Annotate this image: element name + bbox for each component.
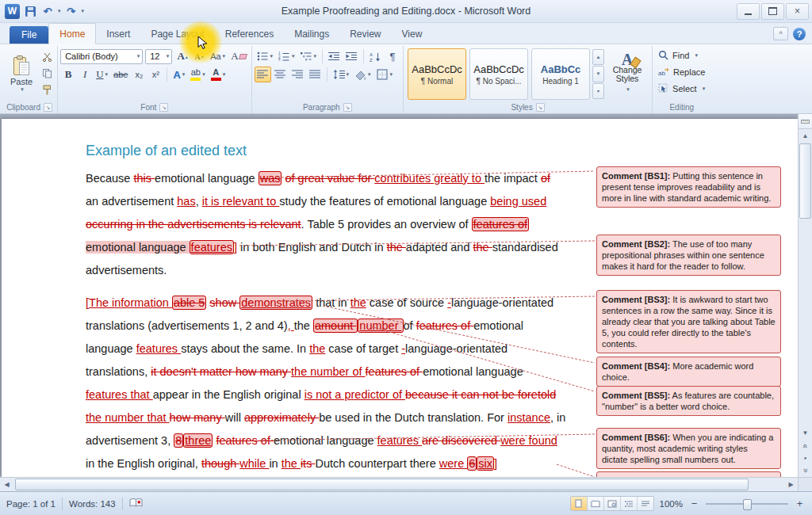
horizontal-scroll-thumb[interactable] bbox=[15, 479, 749, 490]
align-center-button[interactable] bbox=[272, 67, 289, 82]
format-painter-button[interactable] bbox=[39, 82, 55, 97]
font-size-select[interactable]: 12▾ bbox=[145, 49, 172, 64]
next-page-button[interactable]: « bbox=[799, 464, 812, 477]
paste-button[interactable]: Paste ▾ bbox=[4, 47, 39, 101]
superscript-button[interactable]: x² bbox=[147, 67, 163, 82]
tab-file[interactable]: File bbox=[10, 26, 48, 44]
print-layout-view-button[interactable] bbox=[571, 497, 588, 510]
vertical-scroll-thumb[interactable] bbox=[799, 143, 811, 219]
find-button[interactable]: Find▾ bbox=[655, 48, 708, 63]
maximize-button[interactable] bbox=[761, 3, 784, 20]
scroll-up-button[interactable]: ▲ bbox=[799, 129, 812, 142]
scroll-left-button[interactable]: ◀ bbox=[0, 478, 13, 491]
save-button[interactable] bbox=[23, 4, 37, 18]
word-logo-icon[interactable]: W bbox=[5, 4, 20, 19]
bullets-button[interactable]: ▾ bbox=[255, 48, 276, 64]
increase-indent-button[interactable] bbox=[343, 48, 360, 64]
comment-balloon[interactable]: Comment [BS1]: Putting this sentence in … bbox=[596, 166, 781, 208]
zoom-in-button[interactable]: + bbox=[794, 498, 806, 509]
shrink-font-button[interactable]: A▾ bbox=[191, 48, 207, 64]
highlight-button[interactable]: ab▾ bbox=[188, 67, 208, 82]
multilevel-list-button[interactable]: ▾ bbox=[298, 48, 320, 64]
cut-button[interactable] bbox=[39, 48, 55, 64]
previous-page-button[interactable]: « bbox=[799, 439, 812, 452]
styles-gallery-more-button[interactable]: ▾ bbox=[592, 83, 604, 99]
numbering-button[interactable]: 123▾ bbox=[276, 48, 297, 64]
customize-qat-button[interactable]: ▾ bbox=[82, 8, 85, 14]
align-left-button[interactable] bbox=[255, 67, 271, 82]
font-name-select[interactable]: Calibri (Body)▾ bbox=[60, 49, 143, 64]
draft-view-button[interactable] bbox=[638, 497, 653, 510]
scroll-right-button[interactable]: ▶ bbox=[784, 478, 798, 491]
italic-button[interactable]: I bbox=[77, 67, 93, 82]
paragraph[interactable]: Because this emotional language was of g… bbox=[86, 167, 566, 282]
shading-button[interactable]: ▾ bbox=[352, 67, 373, 82]
fullscreen-reading-view-button[interactable] bbox=[588, 497, 604, 510]
tab-home[interactable]: Home bbox=[48, 23, 96, 44]
align-right-button[interactable] bbox=[289, 67, 306, 82]
document-page[interactable]: Example of an edited text Because this e… bbox=[2, 119, 798, 477]
select-button[interactable]: Select▾ bbox=[655, 81, 708, 96]
comment-balloon[interactable]: Comment [BS2]: The use of too many prepo… bbox=[596, 235, 781, 276]
horizontal-scrollbar[interactable]: ◀ ▶ bbox=[0, 477, 812, 491]
style-no-spacing[interactable]: AaBbCcDc ¶ No Spaci... bbox=[469, 48, 528, 100]
web-layout-view-button[interactable] bbox=[604, 497, 621, 510]
minimize-ribbon-button[interactable]: ^ bbox=[773, 27, 788, 40]
help-button[interactable]: ? bbox=[793, 28, 806, 40]
clipboard-dialog-launcher[interactable]: ↘ bbox=[44, 103, 52, 112]
borders-button[interactable]: ▾ bbox=[374, 67, 396, 82]
word-count[interactable]: Words: 143 bbox=[69, 499, 116, 509]
horizontal-scroll-track[interactable] bbox=[13, 478, 784, 491]
replace-button[interactable]: ab Replace bbox=[655, 64, 708, 79]
comment-balloon[interactable]: Comment [BS5]: As features are countable… bbox=[596, 386, 781, 416]
redo-button[interactable]: ↷ bbox=[64, 4, 79, 18]
subscript-button[interactable]: x₂ bbox=[131, 67, 147, 82]
styles-dialog-launcher[interactable]: ↘ bbox=[536, 103, 545, 112]
show-formatting-marks-button[interactable]: ¶ bbox=[385, 48, 400, 64]
tab-review[interactable]: Review bbox=[339, 24, 391, 44]
sort-button[interactable]: AZ bbox=[367, 48, 384, 64]
copy-button[interactable] bbox=[39, 65, 55, 81]
font-dialog-launcher[interactable]: ↘ bbox=[159, 103, 168, 112]
clear-formatting-button[interactable]: A bbox=[228, 48, 248, 64]
comment-balloon[interactable]: Comment [BS6]: When you are indicating a… bbox=[596, 428, 781, 469]
font-color-button[interactable]: A▾ bbox=[209, 67, 228, 82]
vertical-scrollbar[interactable]: ▲ ▼ « ● « bbox=[798, 114, 812, 477]
comment-balloon[interactable]: Comment [BS4]: More academic word choice… bbox=[596, 357, 781, 387]
undo-button[interactable]: ↶ bbox=[40, 4, 55, 18]
decrease-indent-button[interactable] bbox=[326, 48, 343, 64]
tab-references[interactable]: References bbox=[215, 24, 284, 44]
underline-button[interactable]: U▾ bbox=[94, 67, 110, 82]
comment-balloon[interactable]: Comment [BS7]: bbox=[596, 471, 781, 477]
page-indicator[interactable]: Page: 1 of 1 bbox=[6, 499, 56, 509]
change-case-button[interactable]: Aa▾ bbox=[208, 48, 228, 64]
strikethrough-button[interactable]: abe bbox=[111, 67, 130, 82]
style-heading-1[interactable]: AaBbCc Heading 1 bbox=[531, 48, 590, 100]
zoom-slider-thumb[interactable] bbox=[743, 499, 752, 510]
zoom-slider[interactable] bbox=[706, 498, 788, 510]
scroll-down-button[interactable]: ▼ bbox=[799, 426, 812, 439]
tab-view[interactable]: View bbox=[392, 24, 433, 44]
comment-balloon[interactable]: Comment [BS3]: It is awkward to start tw… bbox=[596, 290, 781, 353]
zoom-out-button[interactable]: − bbox=[688, 498, 700, 509]
vertical-scroll-track[interactable] bbox=[799, 142, 812, 426]
tab-insert[interactable]: Insert bbox=[96, 24, 140, 44]
close-button[interactable]: × bbox=[786, 3, 809, 20]
change-styles-button[interactable]: A Change Styles ▾ bbox=[605, 47, 649, 101]
tab-page-layout[interactable]: Page Layout bbox=[140, 24, 214, 44]
styles-scroll-down-button[interactable]: ▼ bbox=[592, 66, 604, 82]
select-browse-object-button[interactable]: ● bbox=[799, 452, 812, 464]
text-effects-button[interactable]: A▾ bbox=[170, 67, 187, 82]
paragraph[interactable]: [The information able 5 show demonstrate… bbox=[86, 292, 566, 475]
tab-mailings[interactable]: Mailings bbox=[284, 24, 339, 44]
outline-view-button[interactable] bbox=[621, 497, 638, 510]
undo-dropdown[interactable]: ▾ bbox=[58, 8, 61, 14]
zoom-level[interactable]: 100% bbox=[660, 499, 683, 509]
line-spacing-button[interactable]: ▾ bbox=[331, 67, 352, 82]
justify-button[interactable] bbox=[307, 67, 324, 82]
proofing-errors-button[interactable] bbox=[129, 498, 143, 509]
grow-font-button[interactable]: A▴ bbox=[174, 48, 190, 64]
style-normal[interactable]: AaBbCcDc ¶ Normal bbox=[408, 48, 466, 100]
bold-button[interactable]: B bbox=[60, 67, 76, 82]
view-ruler-button[interactable] bbox=[799, 114, 812, 129]
